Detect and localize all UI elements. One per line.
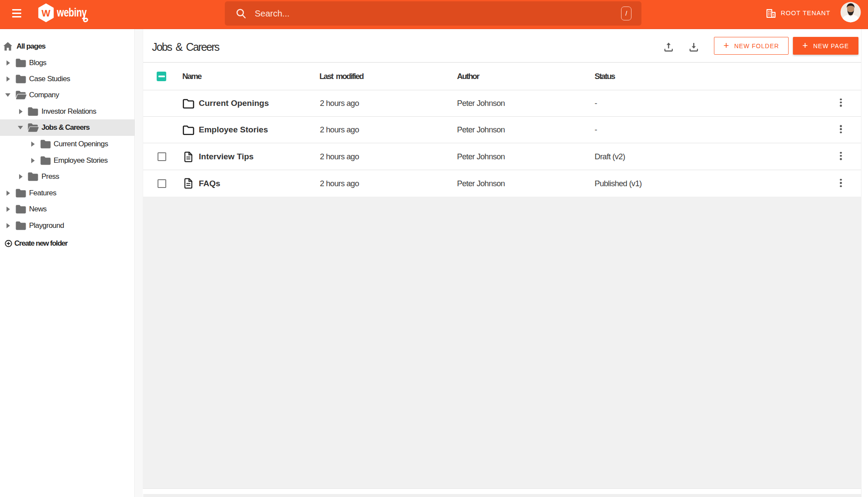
svg-text:W: W — [42, 8, 51, 19]
